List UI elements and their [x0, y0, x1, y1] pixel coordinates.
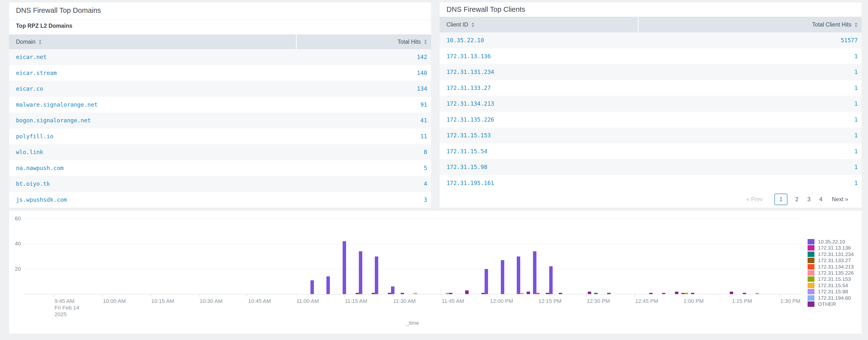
chart-bar-OTHER[interactable]: [372, 293, 375, 294]
legend-swatch: [808, 276, 814, 282]
chart-bar-OTHER[interactable]: [730, 291, 733, 294]
chart-bar-OTHER[interactable]: [482, 293, 485, 294]
legend-item-172.31.135.226[interactable]: 172.31.135.226: [808, 270, 854, 276]
legend-item-172.31.15.98[interactable]: 172.31.15.98: [808, 289, 848, 295]
client-link[interactable]: 10.35.22.10: [440, 37, 638, 43]
hits-value[interactable]: 4: [296, 181, 431, 187]
hits-value[interactable]: 41: [296, 117, 431, 124]
domain-link[interactable]: eicar.co: [9, 86, 296, 92]
domain-link[interactable]: bt.oiyo.tk: [9, 181, 296, 187]
legend-item-172.31.133.27[interactable]: 172.31.133.27: [808, 257, 851, 264]
pagination-prev[interactable]: « Prev: [746, 196, 763, 203]
hits-value[interactable]: 11: [296, 133, 431, 140]
client-link[interactable]: 172.31.15.98: [440, 164, 638, 170]
client-link[interactable]: 172.31.195.161: [440, 180, 638, 186]
domain-link[interactable]: na.nawpush.com: [9, 165, 296, 171]
hits-value[interactable]: 1: [638, 148, 862, 155]
chart-bar-10.35.22.10[interactable]: [391, 286, 395, 294]
chart-bar-10.35.22.10[interactable]: [327, 276, 330, 294]
chart-bar-OTHER[interactable]: [691, 293, 694, 294]
domain-link[interactable]: wlo.link: [9, 149, 296, 155]
column-header-domain[interactable]: Domain ▲▼: [9, 34, 296, 49]
sort-icon: ▲▼: [38, 39, 42, 45]
chart-bar-10.35.22.10[interactable]: [517, 256, 520, 294]
chart-bar-OTHER[interactable]: [401, 293, 404, 294]
chart-bar-OTHER[interactable]: [649, 293, 653, 294]
hits-value[interactable]: 1: [638, 180, 862, 186]
client-link[interactable]: 172.31.133.27: [440, 85, 638, 91]
hits-value[interactable]: 1: [638, 85, 862, 91]
legend-item-172.31.15.54[interactable]: 172.31.15.54: [808, 282, 848, 288]
legend-item-172.31.131.234[interactable]: 172.31.131.234: [808, 251, 854, 257]
domain-link[interactable]: bogon.signalorange.net: [9, 117, 296, 124]
hits-value[interactable]: 1: [638, 132, 862, 138]
client-link[interactable]: 172.31.13.136: [440, 53, 638, 59]
legend-item-10.35.22.10[interactable]: 10.35.22.10: [808, 239, 845, 245]
chart-bar-OTHER[interactable]: [588, 291, 591, 294]
column-header-client-id[interactable]: Client ID ▲▼: [440, 17, 638, 32]
column-header-total-client-hits[interactable]: Total Client Hits ▲▼: [639, 17, 862, 32]
chart-bar-172.31.15.153[interactable]: [684, 293, 688, 294]
domain-link[interactable]: eicar.net: [9, 54, 296, 60]
pagination-page-4[interactable]: 4: [819, 196, 823, 203]
client-link[interactable]: 172.31.15.54: [440, 148, 638, 155]
hits-value[interactable]: 5: [296, 165, 431, 171]
domain-link[interactable]: malware.signalorange.net: [9, 101, 296, 108]
legend-item-OTHER[interactable]: OTHER: [808, 301, 836, 307]
client-link[interactable]: 172.31.135.226: [440, 117, 638, 123]
pagination-page-3[interactable]: 3: [807, 196, 810, 203]
chart-bar-OTHER[interactable]: [675, 291, 678, 294]
hits-value[interactable]: 91: [296, 101, 431, 108]
hits-value[interactable]: 51577: [638, 37, 862, 43]
chart-bar-172.31.133.27[interactable]: [681, 293, 685, 294]
domain-link[interactable]: eicar.stream: [9, 70, 296, 76]
chart-bar-10.35.22.10[interactable]: [375, 256, 378, 294]
chart-bar-10.35.22.10[interactable]: [533, 251, 536, 294]
domain-link[interactable]: js.wpushsdk.com: [9, 196, 296, 203]
chart-bar-172.31.15.54[interactable]: [413, 293, 417, 294]
chart-bar-OTHER[interactable]: [559, 293, 562, 294]
pagination-next[interactable]: Next »: [832, 196, 848, 203]
hits-value[interactable]: 1: [638, 53, 862, 59]
client-link[interactable]: 172.31.131.234: [440, 69, 638, 75]
pagination-page-2[interactable]: 2: [795, 196, 799, 203]
client-link[interactable]: 172.31.15.153: [440, 132, 638, 138]
chart-bar-OTHER[interactable]: [355, 293, 359, 294]
chart-bar-OTHER[interactable]: [743, 293, 746, 294]
chart-bar-172.31.134.213[interactable]: [536, 293, 539, 294]
pagination-page-1[interactable]: 1: [774, 193, 787, 205]
chart-bar-OTHER[interactable]: [388, 293, 391, 294]
chart-bar-10.35.22.10[interactable]: [485, 269, 488, 294]
hits-value[interactable]: 1: [638, 69, 862, 75]
column-header-total-hits[interactable]: Total Hits ▲▼: [297, 34, 431, 49]
chart-bar-OTHER[interactable]: [465, 290, 469, 294]
chart-bar-OTHER[interactable]: [449, 293, 453, 294]
legend-item-172.31.194.60[interactable]: 172.31.194.60: [808, 295, 851, 301]
legend-item-172.31.13.136[interactable]: 172.31.13.136: [808, 245, 851, 251]
client-link[interactable]: 172.31.134.213: [440, 100, 638, 107]
chart-bar-172.31.13.136[interactable]: [662, 293, 665, 294]
chart-bar-10.35.22.10[interactable]: [310, 280, 314, 294]
chart-bar-10.35.22.10[interactable]: [501, 260, 504, 294]
chart-bar-10.35.22.10[interactable]: [359, 251, 362, 294]
hits-value[interactable]: 140: [296, 70, 431, 76]
hits-value[interactable]: 8: [296, 149, 431, 155]
chart-bar-172.31.194.60[interactable]: [755, 293, 759, 294]
hits-value[interactable]: 1: [638, 117, 862, 123]
hits-value[interactable]: 134: [296, 86, 431, 92]
domain-link[interactable]: polyfill.io: [9, 133, 296, 140]
hits-value[interactable]: 3: [296, 196, 431, 203]
chart-bar-10.35.22.10[interactable]: [549, 266, 553, 294]
chart-bar-OTHER[interactable]: [527, 291, 530, 294]
chart-bar-172.31.15.98[interactable]: [446, 293, 449, 294]
chart-bar-OTHER[interactable]: [546, 293, 549, 294]
hits-value[interactable]: 142: [296, 54, 431, 60]
chart-bar-172.31.131.234[interactable]: [594, 293, 597, 294]
legend-item-172.31.134.213[interactable]: 172.31.134.213: [808, 264, 854, 270]
chart-bar-OTHER[interactable]: [607, 293, 611, 294]
chart-bar-172.31.135.226[interactable]: [520, 293, 523, 294]
hits-value[interactable]: 1: [638, 100, 862, 107]
legend-item-172.31.15.153[interactable]: 172.31.15.153: [808, 276, 851, 282]
chart-bar-10.35.22.10[interactable]: [343, 241, 346, 294]
hits-value[interactable]: 1: [638, 164, 862, 170]
